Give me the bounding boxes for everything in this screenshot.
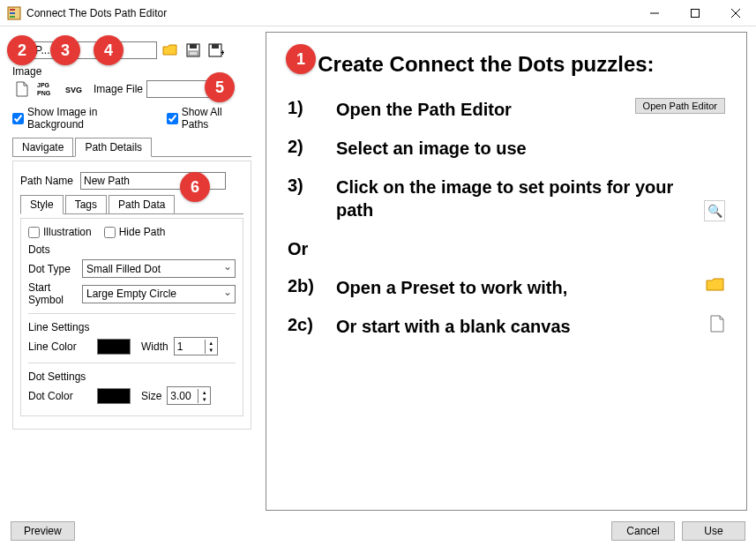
show-image-bg-checkbox[interactable]: Show Image in Background [12, 106, 156, 131]
line-settings-label: Line Settings [28, 321, 236, 333]
tab-navigate[interactable]: Navigate [12, 138, 73, 157]
dot-color-label: Dot Color [28, 390, 92, 402]
step2b-num: 2b) [288, 276, 336, 296]
cancel-button[interactable]: Cancel [611, 521, 675, 541]
start-symbol-label: Start Symbol [28, 281, 77, 306]
annotation-badge-3: 3 [50, 35, 80, 65]
svg-rect-9 [190, 44, 197, 49]
maximize-button[interactable] [675, 0, 715, 26]
step2b-text: Open a Preset to work with, [336, 276, 699, 299]
app-icon [7, 6, 21, 20]
width-label: Width [141, 340, 168, 353]
annotation-badge-1: 1 [286, 44, 316, 74]
blank-image-icon[interactable] [12, 79, 32, 99]
open-path-editor-button[interactable]: Open Path Editor [635, 98, 725, 114]
dot-size-up[interactable]: ▲ [198, 389, 210, 396]
titlebar: Connect The Dots Path Editor [0, 0, 756, 26]
step2-num: 2) [288, 137, 336, 157]
svg-rect-3 [10, 16, 15, 18]
dot-color-swatch[interactable] [97, 388, 131, 404]
dot-size-spinner[interactable]: ▲▼ [167, 386, 211, 405]
style-panel: Illustration Hide Path Dots Dot Type Sta… [20, 218, 243, 416]
save-icon[interactable] [183, 41, 203, 60]
tab-path-details[interactable]: Path Details [75, 138, 152, 157]
svg-rect-12 [212, 44, 219, 49]
save-as-icon[interactable]: + [206, 41, 226, 60]
or-text: Or [288, 237, 725, 260]
step3-text: Click on the image to set points for you… [336, 176, 697, 221]
show-image-bg-label: Show Image in Background [27, 106, 156, 131]
tab-tags[interactable]: Tags [65, 195, 107, 214]
magnify-icon[interactable]: 🔍 [704, 200, 725, 221]
instructions-heading: To Create Connect the Dots puzzles: [288, 52, 725, 77]
folder-icon[interactable] [706, 276, 725, 296]
svg-rect-1 [10, 9, 15, 11]
annotation-badge-4: 4 [94, 35, 124, 65]
line-color-label: Line Color [28, 340, 92, 353]
show-all-paths-label: Show All Paths [182, 106, 251, 131]
dot-size-down[interactable]: ▼ [198, 396, 210, 403]
dot-type-combo[interactable] [82, 259, 236, 278]
hide-path-label: Hide Path [119, 226, 166, 238]
line-width-input[interactable] [175, 340, 205, 354]
svg-text:PNG: PNG [37, 90, 51, 96]
line-width-spinner[interactable]: ▲▼ [174, 337, 218, 355]
footer: Preview Cancel Use [0, 516, 756, 546]
dot-settings-label: Dot Settings [28, 370, 236, 383]
illustration-label: Illustration [43, 226, 92, 238]
dots-group-label: Dots [28, 243, 236, 256]
dot-size-input[interactable] [168, 389, 198, 403]
path-name-label: Path Name [20, 175, 75, 187]
step2-text: Select an image to use [336, 137, 725, 160]
path-details-panel: Path Name Style Tags Path Data Illustrat… [12, 161, 251, 430]
blank-canvas-icon[interactable] [709, 315, 725, 337]
tab-path-data[interactable]: Path Data [109, 195, 175, 214]
canvas-area: To Create Connect the Dots puzzles: 1) O… [266, 32, 747, 511]
window-title: Connect The Dots Path Editor [26, 7, 634, 19]
step1-num: 1) [288, 98, 336, 118]
svg-rect-5 [692, 9, 700, 17]
minimize-button[interactable] [634, 0, 675, 26]
line-width-up[interactable]: ▲ [205, 340, 217, 347]
step1-text: Open the Path Editor [336, 98, 628, 121]
illustration-checkbox[interactable]: Illustration [28, 226, 92, 238]
sub-tabs: Style Tags Path Data [20, 195, 243, 214]
line-color-swatch[interactable] [97, 339, 131, 355]
annotation-badge-2: 2 [7, 35, 37, 65]
step2c-num: 2c) [288, 315, 336, 335]
tab-style[interactable]: Style [20, 195, 64, 214]
preview-button[interactable]: Preview [11, 521, 75, 541]
jpg-png-icon[interactable]: JPGPNG [35, 79, 60, 99]
svg-text:JPG: JPG [37, 82, 50, 88]
step2c-text: Or start with a blank canvas [336, 315, 702, 338]
svg-text:SVG: SVG [65, 86, 82, 94]
annotation-badge-6: 6 [180, 172, 210, 202]
main-tabs: Navigate Path Details [12, 138, 251, 157]
open-folder-icon[interactable] [161, 41, 180, 60]
line-width-down[interactable]: ▼ [205, 347, 217, 354]
annotation-badge-5: 5 [205, 72, 235, 102]
size-label: Size [141, 390, 161, 402]
svg-rect-10 [189, 51, 198, 56]
close-button[interactable] [715, 0, 756, 26]
show-all-paths-checkbox[interactable]: Show All Paths [167, 106, 251, 131]
image-section-label: Image [12, 65, 41, 78]
start-symbol-combo[interactable] [82, 285, 236, 303]
svg-icon[interactable]: SVG [64, 79, 86, 99]
svg-text:+: + [221, 49, 224, 57]
image-file-label: Image File [94, 83, 143, 95]
step3-num: 3) [288, 176, 336, 196]
hide-path-checkbox[interactable]: Hide Path [104, 226, 166, 238]
use-button[interactable]: Use [682, 521, 745, 541]
dot-type-label: Dot Type [28, 263, 77, 275]
svg-rect-2 [10, 12, 15, 14]
